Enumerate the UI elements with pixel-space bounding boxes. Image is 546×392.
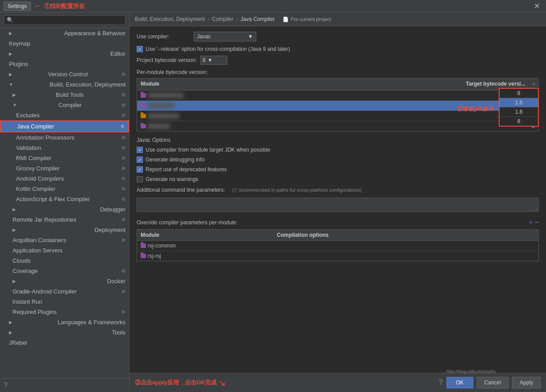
sidebar-label: Appearance & Behavior xyxy=(64,30,125,37)
module-col-header: Module xyxy=(137,78,458,90)
override-row[interactable]: rsj-common xyxy=(137,241,538,251)
sidebar-label: Keymap xyxy=(9,40,30,47)
sidebar-item-remote-jar[interactable]: Remote Jar Repositories ⚙ xyxy=(0,215,129,225)
sidebar-label: Plugins xyxy=(9,61,28,67)
sidebar-item-coverage[interactable]: Coverage ⚙ xyxy=(0,266,129,276)
version-option[interactable]: 8 xyxy=(500,89,538,98)
cmd-input[interactable] xyxy=(137,198,539,212)
sidebar-label: Clouds xyxy=(13,257,30,264)
sidebar-item-debugger[interactable]: ▶ Debugger xyxy=(0,204,129,215)
table-row[interactable]: 8 xyxy=(137,91,538,101)
expand-icon: ▶ xyxy=(13,227,16,232)
sidebar-item-appearance[interactable]: ▶ Appearance & Behavior xyxy=(0,28,129,38)
settings-icon: ⚙ xyxy=(121,197,125,202)
sidebar-item-android[interactable]: Android Compilers ⚙ xyxy=(0,173,129,184)
sidebar-item-jrebel[interactable]: JRebel xyxy=(0,338,129,348)
blog-url: https://blog.csdn.net/xxyybs xyxy=(446,368,473,374)
expand-icon: ▶ xyxy=(9,31,13,36)
add-override-btn[interactable]: + xyxy=(529,219,533,227)
use-compiler-label: Use compiler: xyxy=(137,33,190,40)
javac-option-row: Generate no warnings xyxy=(137,176,539,182)
javac-checkbox-4[interactable] xyxy=(137,176,143,182)
javac-title: Javac Options xyxy=(137,137,539,143)
sidebar-item-excludes[interactable]: Excludes ⚙ xyxy=(0,110,129,120)
sidebar-item-groovy[interactable]: Groovy Compiler ⚙ xyxy=(0,163,129,173)
sidebar-navigation: ▶ Appearance & Behavior Keymap ▶ Editor … xyxy=(0,28,129,378)
sidebar-item-deployment[interactable]: ▶ Deployment xyxy=(0,225,129,235)
close-button[interactable]: ✕ xyxy=(531,1,542,11)
sidebar-item-arquillian[interactable]: Arquillian Containers ⚙ xyxy=(0,235,129,245)
override-module-cell: rsj-common xyxy=(137,241,273,251)
release-checkbox[interactable]: ✓ xyxy=(137,46,143,52)
sidebar-item-editor[interactable]: ▶ Editor xyxy=(0,49,129,59)
sidebar-label: Tools xyxy=(112,329,125,336)
version-option[interactable]: 8 xyxy=(500,117,538,126)
expand-icon: ▼ xyxy=(9,82,13,87)
sidebar-item-required-plugins[interactable]: Required Plugins ⚙ xyxy=(0,307,129,317)
override-section: Override compiler parameters per-module:… xyxy=(137,219,539,261)
sidebar-item-compiler[interactable]: ▼ Compiler ⚙ xyxy=(0,100,129,110)
sidebar-label: Excludes xyxy=(16,112,40,119)
folder-icon xyxy=(141,124,146,128)
sidebar-item-build-exec[interactable]: ▼ Build, Execution, Deployment xyxy=(0,79,129,90)
override-row[interactable]: rsj-rsj xyxy=(137,251,538,261)
cancel-button[interactable]: Cancel xyxy=(477,377,508,388)
sidebar-item-actionscript[interactable]: ActionScript & Flex Compiler ⚙ xyxy=(0,194,129,204)
help-icon[interactable]: ? xyxy=(439,379,443,387)
javac-checkbox-3[interactable]: ✓ xyxy=(137,166,143,173)
javac-option-label: Use compiler from module target JDK when… xyxy=(146,147,270,153)
settings-icon: ⚙ xyxy=(121,217,125,222)
for-project-label: 📄 For current project xyxy=(283,17,331,22)
override-module-name: rsj-common xyxy=(148,243,176,249)
settings-label: Settings xyxy=(4,2,31,11)
compiler-select[interactable]: Javac ▼ xyxy=(194,32,256,41)
search-input[interactable] xyxy=(4,15,125,25)
sidebar-label: Required Plugins xyxy=(13,309,57,315)
annotation-3: ③点击apply应用，点击OK完成 xyxy=(135,379,217,387)
sidebar-item-java-compiler[interactable]: Java Compiler ⚙ xyxy=(0,120,129,132)
settings-icon: ⚙ xyxy=(121,92,125,97)
breadcrumb-sep1: › xyxy=(208,16,209,22)
sidebar-item-rmi[interactable]: RMI Compiler ⚙ xyxy=(0,153,129,163)
table-row[interactable]: 8 xyxy=(137,121,538,131)
sidebar-item-tools[interactable]: ▶ Tools xyxy=(0,327,129,338)
sidebar-item-kotlin[interactable]: Kotlin Compiler ⚙ xyxy=(0,184,129,194)
ok-button[interactable]: OK xyxy=(446,377,473,388)
settings-icon: ⚙ xyxy=(121,238,125,243)
sidebar-item-keymap[interactable]: Keymap xyxy=(0,38,129,49)
module-cell xyxy=(137,111,467,120)
sidebar-item-version-control[interactable]: ▶ Version Control ⚙ xyxy=(0,69,129,79)
help-icon[interactable]: ? xyxy=(4,381,8,389)
release-label: Use '--release' option for cross-compila… xyxy=(146,46,290,52)
ok-btn-container: OK https://blog.csdn.net/xxyybs xyxy=(446,377,473,388)
javac-checkbox-2[interactable]: ✓ xyxy=(137,157,143,163)
sidebar-item-instant-run[interactable]: Instant Run xyxy=(0,297,129,307)
sidebar-label: RMI Compiler xyxy=(16,155,51,161)
bytecode-value: 8 xyxy=(203,57,206,63)
javac-checkbox-1[interactable]: ✓ xyxy=(137,147,143,153)
version-option[interactable]: 1.8 xyxy=(500,107,538,117)
sidebar-item-build-tools[interactable]: ▶ Build Tools ⚙ xyxy=(0,90,129,100)
sidebar-item-validation[interactable]: Validation ⚙ xyxy=(0,143,129,153)
settings-icon: ⚙ xyxy=(121,186,125,191)
sidebar-item-plugins[interactable]: Plugins xyxy=(0,59,129,69)
sidebar-item-gradle-android[interactable]: Gradle-Android Compiler ⚙ xyxy=(0,286,129,297)
content-body: Use compiler: Javac ▼ ✓ Use '--release' … xyxy=(129,26,546,373)
settings-icon: ⚙ xyxy=(121,124,125,129)
version-option[interactable]: 1.8 xyxy=(500,98,538,107)
cmd-input-container: ⤢ xyxy=(137,198,539,213)
bytecode-version-select[interactable]: 8 ▼ xyxy=(200,56,227,65)
sidebar-item-annotation[interactable]: Annotation Processors ⚙ xyxy=(0,132,129,143)
apply-button[interactable]: Apply xyxy=(512,377,541,388)
sidebar-item-docker[interactable]: ▶ Docker xyxy=(0,276,129,286)
settings-icon: ⚙ xyxy=(121,176,125,181)
folder-icon xyxy=(141,243,146,248)
sidebar-item-app-servers[interactable]: Application Servers xyxy=(0,245,129,256)
bottom-bar: ③点击apply应用，点击OK完成 ↘ ? OK https://blog.cs… xyxy=(129,373,546,392)
sidebar-item-languages[interactable]: ▶ Languages & Frameworks xyxy=(0,317,129,327)
sidebar-item-clouds[interactable]: Clouds xyxy=(0,256,129,266)
override-options-cell xyxy=(273,244,538,248)
override-label: Override compiler parameters per-module: xyxy=(137,219,238,226)
remove-override-btn[interactable]: − xyxy=(535,219,539,227)
module-name xyxy=(148,93,183,98)
